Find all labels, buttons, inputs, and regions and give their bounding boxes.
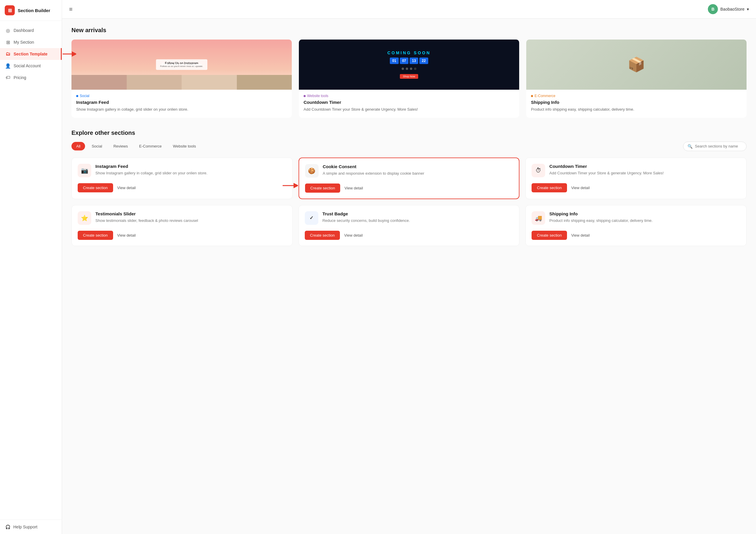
sidebar-label-section-template: Section Template xyxy=(14,52,47,56)
view-detail-cookie[interactable]: View detail xyxy=(344,186,363,190)
card-actions-countdown: Create section View detail xyxy=(531,183,740,192)
section-card-testimonials: ⭐ Testimonials Slider Show testimonials … xyxy=(71,205,293,246)
arrival-name-instagram: Instagram Feed xyxy=(76,100,287,105)
card-info-shipping2: Shipping Info Product info shipping easy… xyxy=(549,211,740,224)
user-avatar: B xyxy=(708,4,718,14)
create-section-trust[interactable]: Create section xyxy=(305,231,340,240)
app-logo-icon: ⊞ xyxy=(5,5,15,15)
arrival-img-shipping: 📦 xyxy=(526,39,746,90)
pricing-icon: 🏷 xyxy=(5,75,11,80)
hamburger-menu[interactable]: ≡ xyxy=(69,6,73,13)
view-detail-shipping2[interactable]: View detail xyxy=(571,233,590,238)
explore-header: Explore other sections xyxy=(71,130,746,136)
card-actions-cookie: Create section View detail xyxy=(305,184,513,193)
sidebar-label-my-section: My Section xyxy=(14,40,34,44)
card-actions-trust: Create section View detail xyxy=(305,231,514,240)
section-template-icon: 🗂 xyxy=(5,51,11,57)
card-desc-countdown: Add Countdown Timer your Store & generat… xyxy=(549,170,740,176)
sidebar-footer[interactable]: 🎧 Help Support xyxy=(0,520,62,534)
view-detail-trust[interactable]: View detail xyxy=(344,233,363,238)
main-content: New arrivals Follow Us on Instagram Foll… xyxy=(62,18,756,534)
sidebar-nav: ◎ Dashboard ⊞ My Section 🗂 Section Templ… xyxy=(0,21,62,520)
card-actions-instagram: Create section View detail xyxy=(78,183,286,192)
card-top-shipping2: 🚚 Shipping Info Product info shipping ea… xyxy=(531,211,740,225)
section-card-cookie: 🍪 Cookie Consent A simple and responsive… xyxy=(299,158,520,199)
sidebar-item-my-section[interactable]: ⊞ My Section xyxy=(0,36,62,48)
main-wrapper: ≡ B BaobaoStore ▾ New arrivals Follow Us… xyxy=(62,0,756,534)
filter-reviews[interactable]: Reviews xyxy=(109,142,133,150)
view-detail-instagram[interactable]: View detail xyxy=(117,186,136,190)
card-name-shipping2: Shipping Info xyxy=(549,211,740,216)
card-icon-shipping2: 🚚 xyxy=(531,211,545,225)
arrival-desc-shipping: Product info shipping easy, shipping cal… xyxy=(531,107,742,113)
sidebar-item-social-account[interactable]: 👤 Social Account xyxy=(0,60,62,72)
arrival-tag-instagram: Social xyxy=(76,94,287,98)
card-desc-shipping2: Product info shipping easy, shipping cal… xyxy=(549,218,740,224)
card-top-instagram: 📷 Instagram Feed Show Instagram gallery … xyxy=(78,164,286,177)
section-card-trust: ✓ Trust Badge Reduce security concerns, … xyxy=(299,205,520,246)
arrival-img-instagram: Follow Us on Instagram Follow us so you'… xyxy=(71,39,292,90)
card-top-countdown: ⏱ Countdown Timer Add Countdown Timer yo… xyxy=(531,164,740,177)
sidebar-item-dashboard[interactable]: ◎ Dashboard xyxy=(0,24,62,36)
sidebar: ⊞ Section Builder ◎ Dashboard ⊞ My Secti… xyxy=(0,0,62,534)
create-section-instagram[interactable]: Create section xyxy=(78,183,113,192)
arrival-card-instagram: Follow Us on Instagram Follow us so you'… xyxy=(71,39,292,118)
user-menu[interactable]: B BaobaoStore ▾ xyxy=(708,4,749,14)
filter-ecommerce[interactable]: E-Commerce xyxy=(134,142,167,150)
search-input[interactable] xyxy=(695,144,742,148)
sidebar-logo[interactable]: ⊞ Section Builder xyxy=(0,0,62,21)
card-icon-countdown: ⏱ xyxy=(531,164,545,177)
timer-box-0: 01 xyxy=(390,58,398,64)
app-name: Section Builder xyxy=(18,8,50,13)
sidebar-label-pricing: Pricing xyxy=(14,75,26,80)
create-section-shipping2[interactable]: Create section xyxy=(531,231,567,240)
sidebar-item-pricing[interactable]: 🏷 Pricing xyxy=(0,72,62,84)
sidebar-label-social-account: Social Account xyxy=(14,64,41,68)
search-box[interactable]: 🔍 xyxy=(683,141,746,151)
card-desc-trust: Reduce security concerns, build buying c… xyxy=(322,218,514,224)
arrival-img-countdown: COMING SOON 01 07 13 22 Shop Now xyxy=(299,39,519,90)
card-name-countdown: Countdown Timer xyxy=(549,164,740,169)
sidebar-item-section-template[interactable]: 🗂 Section Template xyxy=(0,48,62,60)
card-desc-testimonials: Show testimonials slider, feedback & pho… xyxy=(95,218,286,224)
card-top-trust: ✓ Trust Badge Reduce security concerns, … xyxy=(305,211,514,225)
tag-dot-website xyxy=(304,95,306,97)
card-name-testimonials: Testimonials Slider xyxy=(95,211,286,216)
card-info-countdown: Countdown Timer Add Countdown Timer your… xyxy=(549,164,740,176)
arrival-body-instagram: Social Instagram Feed Show Instagram gal… xyxy=(71,90,292,118)
create-section-countdown[interactable]: Create section xyxy=(531,183,567,192)
card-actions-shipping2: Create section View detail xyxy=(531,231,740,240)
view-detail-countdown[interactable]: View detail xyxy=(571,186,590,190)
card-icon-testimonials: ⭐ xyxy=(78,211,91,225)
filter-website-tools[interactable]: Website tools xyxy=(168,142,201,150)
arrival-desc-instagram: Show Instagram gallery in collage, grid … xyxy=(76,107,287,113)
dashboard-icon: ◎ xyxy=(5,28,11,33)
section-card-instagram: 📷 Instagram Feed Show Instagram gallery … xyxy=(71,158,293,199)
arrival-name-shipping: Shipping Info xyxy=(531,100,742,105)
my-section-icon: ⊞ xyxy=(5,39,11,45)
create-section-cookie[interactable]: Create section xyxy=(305,184,340,193)
coming-soon-text: COMING SOON xyxy=(388,50,431,55)
timer-box-1: 07 xyxy=(400,58,408,64)
social-account-icon: 👤 xyxy=(5,63,11,68)
create-section-testimonials[interactable]: Create section xyxy=(78,231,113,240)
card-actions-testimonials: Create section View detail xyxy=(78,231,286,240)
topbar: ≡ B BaobaoStore ▾ xyxy=(62,0,756,18)
view-detail-testimonials[interactable]: View detail xyxy=(117,233,136,238)
filter-social[interactable]: Social xyxy=(87,142,107,150)
arrival-body-shipping: E-Commerce Shipping Info Product info sh… xyxy=(526,90,746,118)
new-arrivals-title: New arrivals xyxy=(71,27,746,34)
card-name-trust: Trust Badge xyxy=(322,211,514,216)
sidebar-label-dashboard: Dashboard xyxy=(14,28,34,33)
arrival-desc-countdown: Add Countdown Timer your Store & generat… xyxy=(304,107,514,113)
filter-all[interactable]: All xyxy=(71,142,85,150)
card-icon-instagram: 📷 xyxy=(78,164,91,177)
sidebar-arrow-indicator xyxy=(62,50,76,58)
help-icon: 🎧 xyxy=(5,524,10,529)
filter-tabs: All Social Reviews E-Commerce Website to… xyxy=(71,142,201,150)
card-info-testimonials: Testimonials Slider Show testimonials sl… xyxy=(95,211,286,224)
help-support-item[interactable]: 🎧 Help Support xyxy=(5,524,56,529)
arrival-card-shipping: 📦 E-Commerce Shipping Info Product info … xyxy=(526,39,746,118)
card-name-cookie: Cookie Consent xyxy=(323,164,513,169)
user-name: BaobaoStore xyxy=(720,7,744,12)
